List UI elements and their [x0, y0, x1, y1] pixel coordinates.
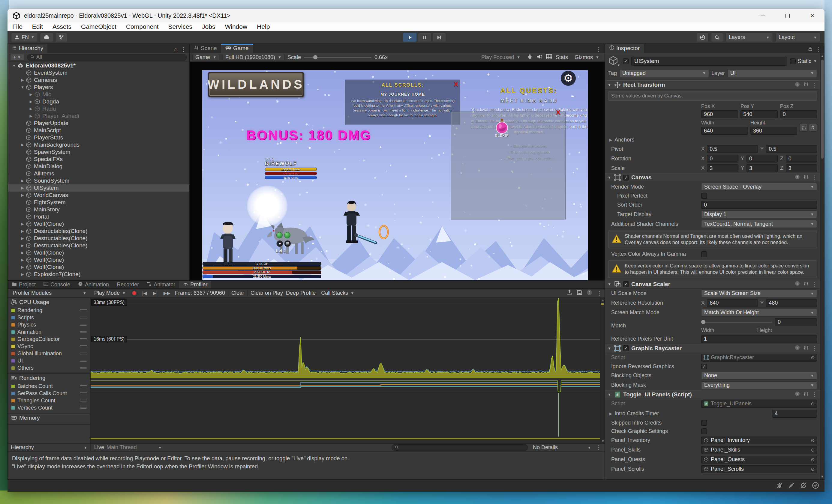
- component-header-rect-transform[interactable]: ▼Rect Transform?⋮: [605, 80, 820, 89]
- record-button[interactable]: [131, 290, 138, 297]
- foldout-arrow-icon[interactable]: ▶: [28, 107, 34, 111]
- foldout-arrow-icon[interactable]: ▶: [19, 258, 26, 262]
- hierarchy-item-mainscript[interactable]: MainScript: [8, 127, 189, 134]
- checkbox-vertex-color-always-in-gamma[interactable]: [701, 251, 707, 257]
- foldout-arrow-icon[interactable]: ▶: [28, 114, 34, 118]
- foldout-arrow-icon[interactable]: ▼: [607, 83, 612, 87]
- foldout-arrow-icon[interactable]: ▼: [607, 175, 612, 179]
- kebab-menu-icon[interactable]: ⋮: [812, 82, 817, 88]
- thread-dropdown[interactable]: Main Thread▼: [104, 444, 164, 451]
- load-icon[interactable]: [567, 289, 572, 297]
- clear-on-play-toggle[interactable]: Clear on Play: [251, 290, 283, 296]
- drag-handle-icon[interactable]: [80, 345, 87, 347]
- gizmos-dropdown[interactable]: Gizmos▼: [572, 54, 602, 61]
- hierarchy-item-mainbackgrounds[interactable]: ▶MainBackgrounds: [8, 141, 189, 148]
- tag-dropdown[interactable]: Untagged▼: [619, 69, 709, 77]
- drag-handle-icon[interactable]: [80, 400, 87, 401]
- lock-icon[interactable]: [808, 46, 812, 53]
- menu-item-services[interactable]: Services: [163, 23, 198, 30]
- kebab-menu-icon[interactable]: ⋮: [596, 46, 602, 53]
- legend-setpass-calls-count[interactable]: SetPass Calls Count: [8, 390, 90, 397]
- drag-handle-icon[interactable]: [80, 367, 87, 369]
- tab-scene[interactable]: Scene: [190, 44, 221, 53]
- hierarchy-item-wolf-clone-[interactable]: ▶Wolf(Clone): [8, 256, 189, 263]
- checkbox-pixel-perfect[interactable]: [701, 193, 707, 199]
- vsync-grid-icon[interactable]: [546, 54, 552, 61]
- foldout-arrow-icon[interactable]: ▶: [28, 100, 34, 104]
- hierarchy-item-mainstory[interactable]: MainStory: [8, 206, 189, 213]
- hierarchy-item-playerstats[interactable]: PlayerStats: [8, 134, 189, 141]
- dropdown-screen-match-mode[interactable]: Match Width Or Height▼: [701, 309, 817, 317]
- lock-icon[interactable]: ⌂: [174, 46, 178, 53]
- scroll-down-icon[interactable]: ▼: [820, 475, 824, 478]
- drag-handle-icon[interactable]: [80, 309, 87, 311]
- drag-handle-icon[interactable]: [80, 338, 87, 340]
- menu-item-jobs[interactable]: Jobs: [197, 23, 220, 30]
- presets-icon[interactable]: [804, 174, 808, 180]
- axis-field[interactable]: 0.5: [766, 145, 817, 153]
- health-heart-button[interactable]: ♥: [276, 240, 283, 247]
- hierarchy-item-worldcanvas[interactable]: ▶WorldCanvas: [8, 192, 189, 199]
- details-mode-dropdown[interactable]: No Details▼: [530, 444, 594, 451]
- help-icon[interactable]: ?: [587, 290, 592, 297]
- hierarchy-item-maindialog[interactable]: MainDialog: [8, 163, 189, 170]
- scroll-up-icon[interactable]: ▲: [820, 54, 824, 58]
- live-toggle[interactable]: Live: [94, 444, 104, 451]
- prev-frame-button[interactable]: |◀: [141, 290, 148, 296]
- menu-item-file[interactable]: File: [7, 23, 27, 30]
- legend-others[interactable]: Others: [8, 364, 90, 371]
- drag-handle-icon[interactable]: [80, 331, 87, 333]
- axis-field[interactable]: 3: [747, 164, 778, 172]
- gameobject-name-field[interactable]: UISystem: [631, 57, 787, 66]
- foldout-arrow-icon[interactable]: ▶: [19, 244, 26, 248]
- legend-triangles-count[interactable]: Triangles Count: [8, 397, 90, 404]
- kebab-menu-icon[interactable]: ⋮: [596, 290, 602, 297]
- axis-field[interactable]: 640: [707, 299, 758, 307]
- object-picker-icon[interactable]: ⊙: [811, 401, 814, 407]
- foldout-arrow-icon[interactable]: ▶: [19, 236, 26, 241]
- checkbox-ignore-reversed-graphics[interactable]: ✓: [701, 364, 707, 369]
- component-header-canvas[interactable]: ▼✓Canvas?⋮: [605, 173, 820, 182]
- object-picker-icon[interactable]: ⊙: [811, 447, 814, 453]
- minimize-button[interactable]: [751, 9, 775, 23]
- kebab-menu-icon[interactable]: ⋮: [812, 281, 817, 287]
- settings-gear-button[interactable]: ⚙: [561, 71, 576, 86]
- drag-handle-icon[interactable]: [80, 324, 87, 326]
- column-field[interactable]: 640: [701, 127, 748, 135]
- menu-item-gameobject[interactable]: GameObject: [76, 23, 121, 30]
- help-icon[interactable]: ?: [795, 174, 800, 181]
- scrollbar-thumb[interactable]: [821, 60, 824, 159]
- hierarchy-item-dagda[interactable]: ▶Dagda: [8, 98, 189, 105]
- paint-muted-icon[interactable]: [788, 482, 795, 490]
- drag-handle-icon[interactable]: [80, 353, 87, 355]
- column-field[interactable]: 360: [750, 127, 797, 135]
- drag-handle-icon[interactable]: [80, 407, 87, 409]
- hierarchy-item-wolf-clone-[interactable]: ▶Wolf(Clone): [8, 263, 189, 271]
- module-header[interactable]: Rendering: [8, 373, 90, 383]
- hierarchy-item-destructables-clone-[interactable]: ▶Destructables(Clone): [8, 242, 189, 249]
- step-button[interactable]: [432, 33, 446, 42]
- object-field-panel_skills[interactable]: Panel_Skills⊙: [701, 446, 817, 454]
- axis-field[interactable]: 0: [747, 155, 778, 163]
- dropdown-render-mode[interactable]: Screen Space - Overlay▼: [701, 183, 817, 191]
- profiler-modules-dropdown[interactable]: Profiler Modules▼: [10, 290, 89, 297]
- checkbox-check-graphic-settings[interactable]: [701, 428, 707, 434]
- legend-ui[interactable]: UI: [8, 357, 90, 364]
- object-field-panel_scrolls[interactable]: Panel_Scrolls⊙: [701, 465, 817, 473]
- scrolls-close-button[interactable]: X: [454, 80, 458, 88]
- menu-item-edit[interactable]: Edit: [27, 23, 48, 30]
- hierarchy-item-soundsystem[interactable]: ▶SoundSystem: [8, 177, 189, 185]
- hierarchy-item-player-ashadi[interactable]: ▶Player_Ashadi: [8, 112, 189, 120]
- presets-icon[interactable]: [804, 281, 808, 287]
- foldout-arrow-icon[interactable]: ▼: [607, 282, 612, 286]
- raw-edit-button[interactable]: R: [809, 124, 817, 132]
- scroll-down-icon[interactable]: ▼: [601, 439, 604, 443]
- foldout-anchors[interactable]: ▶Anchors: [605, 136, 820, 144]
- add-gameobject-button[interactable]: +▼: [10, 54, 24, 61]
- hierarchy-item-fightsystem[interactable]: FightSystem: [8, 199, 189, 206]
- foldout-arrow-icon[interactable]: ▶: [19, 229, 26, 233]
- buff-orb-icon[interactable]: [276, 232, 283, 239]
- scale-slider[interactable]: [304, 57, 371, 58]
- column-field[interactable]: 540: [740, 110, 777, 118]
- hierarchy-item-players[interactable]: ▼Players: [8, 84, 189, 91]
